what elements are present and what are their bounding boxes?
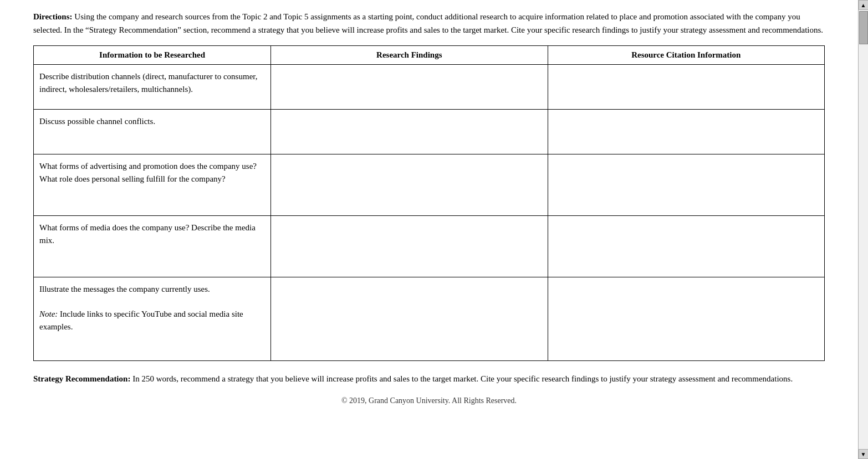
- findings-text-5: [277, 283, 542, 355]
- citation-cell-1: [548, 65, 824, 110]
- col-header-citation: Resource Citation Information: [548, 46, 824, 65]
- info-note-label-5: Note:: [39, 310, 58, 318]
- scrollbar: ▲ ▼: [858, 0, 868, 459]
- citation-cell-3: [548, 154, 824, 216]
- info-cell-4: What forms of media does the company use…: [34, 216, 271, 277]
- table-header-row: Information to be Researched Research Fi…: [34, 46, 825, 65]
- info-text-3: What forms of advertising and promotion …: [39, 160, 265, 210]
- info-cell-5: Illustrate the messages the company curr…: [34, 277, 271, 361]
- research-table: Information to be Researched Research Fi…: [33, 45, 825, 361]
- directions-label: Directions:: [33, 12, 73, 21]
- findings-text-4: [277, 221, 542, 271]
- citation-text-5: [554, 283, 819, 355]
- info-cell-2: Discuss possible channel conflicts.: [34, 110, 271, 154]
- scrollbar-down-button[interactable]: ▼: [859, 449, 869, 459]
- citation-text-2: [554, 115, 819, 148]
- findings-text-2: [277, 115, 542, 148]
- table-row: What forms of media does the company use…: [34, 216, 825, 277]
- info-text-1: Describe distribution channels (direct, …: [39, 70, 265, 104]
- findings-text-3: [277, 160, 542, 210]
- citation-cell-5: [548, 277, 824, 361]
- citation-cell-2: [548, 110, 824, 154]
- info-cell-3: What forms of advertising and promotion …: [34, 154, 271, 216]
- main-content: Directions: Using the company and resear…: [0, 0, 858, 459]
- citation-text-3: [554, 160, 819, 210]
- findings-cell-4: [271, 216, 548, 277]
- strategy-section: Strategy Recommendation: In 250 words, r…: [33, 372, 825, 385]
- findings-cell-2: [271, 110, 548, 154]
- table-row: Describe distribution channels (direct, …: [34, 65, 825, 110]
- table-row: Illustrate the messages the company curr…: [34, 277, 825, 361]
- findings-cell-1: [271, 65, 548, 110]
- table-row: What forms of advertising and promotion …: [34, 154, 825, 216]
- info-main-5: Illustrate the messages the company curr…: [39, 285, 210, 293]
- footer: © 2019, Grand Canyon University. All Rig…: [33, 396, 825, 405]
- col-header-info: Information to be Researched: [34, 46, 271, 65]
- findings-text-1: [277, 70, 542, 104]
- findings-cell-3: [271, 154, 548, 216]
- page-wrapper: Directions: Using the company and resear…: [0, 0, 868, 459]
- col-header-findings: Research Findings: [271, 46, 548, 65]
- table-row: Discuss possible channel conflicts.: [34, 110, 825, 154]
- info-text-2: Discuss possible channel conflicts.: [39, 115, 265, 148]
- info-note-text-5: Include links to specific YouTube and so…: [39, 310, 243, 331]
- info-text-4: What forms of media does the company use…: [39, 221, 265, 271]
- strategy-text: In 250 words, recommend a strategy that …: [130, 374, 793, 383]
- directions-text: Using the company and research sources f…: [33, 12, 823, 34]
- scrollbar-up-button[interactable]: ▲: [859, 0, 869, 10]
- directions-paragraph: Directions: Using the company and resear…: [33, 10, 825, 37]
- info-cell-1: Describe distribution channels (direct, …: [34, 65, 271, 110]
- info-text-5: Illustrate the messages the company curr…: [39, 283, 265, 355]
- scrollbar-thumb[interactable]: [859, 11, 868, 44]
- citation-text-4: [554, 221, 819, 271]
- findings-cell-5: [271, 277, 548, 361]
- citation-text-1: [554, 70, 819, 104]
- citation-cell-4: [548, 216, 824, 277]
- strategy-label: Strategy Recommendation:: [33, 374, 130, 383]
